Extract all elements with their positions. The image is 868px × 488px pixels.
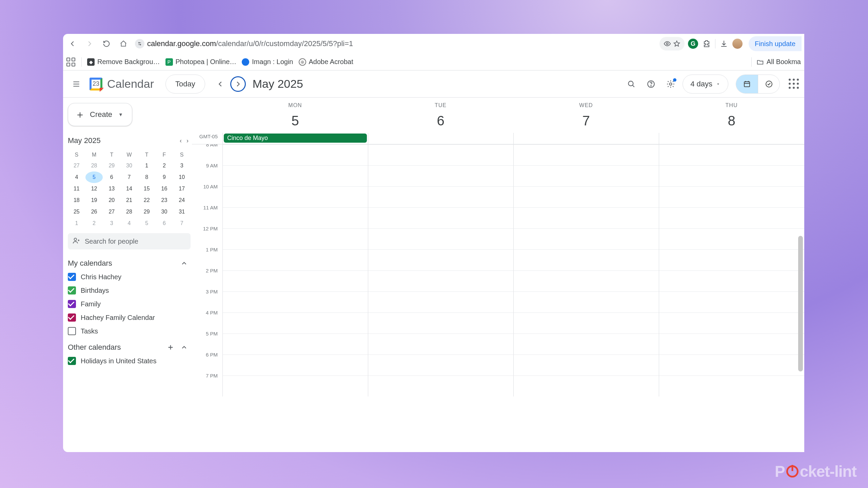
hour-cell[interactable] xyxy=(222,249,368,270)
hour-cell[interactable] xyxy=(659,375,804,396)
mini-date-28[interactable]: 28 xyxy=(120,206,138,218)
mini-date-1[interactable]: 1 xyxy=(138,160,156,171)
add-calendar-icon[interactable] xyxy=(167,344,174,351)
mini-date-25[interactable]: 25 xyxy=(68,206,85,218)
checkbox[interactable] xyxy=(68,357,76,365)
hour-cell[interactable] xyxy=(222,165,368,186)
mini-date-13[interactable]: 13 xyxy=(103,183,120,195)
calendar-checkbox-item[interactable]: Birthdays xyxy=(68,285,191,296)
hour-cell[interactable] xyxy=(222,270,368,291)
hour-cell[interactable] xyxy=(222,375,368,396)
mini-date-27[interactable]: 27 xyxy=(103,206,120,218)
hour-cell[interactable] xyxy=(222,228,368,249)
allday-cell[interactable] xyxy=(659,133,804,144)
all-bookmarks-link[interactable]: All Bookma xyxy=(756,58,801,66)
day-number[interactable]: 7 xyxy=(576,110,596,131)
hour-cell[interactable] xyxy=(368,333,513,354)
apps-shortcut-icon[interactable] xyxy=(66,58,75,66)
hour-cell[interactable] xyxy=(222,354,368,375)
checkbox[interactable] xyxy=(68,313,76,322)
mini-date-17[interactable]: 17 xyxy=(173,183,191,195)
day-number[interactable]: 8 xyxy=(722,110,742,131)
hour-cell[interactable] xyxy=(368,186,513,207)
mini-date-22[interactable]: 22 xyxy=(138,195,156,206)
mini-date-2[interactable]: 2 xyxy=(85,218,103,229)
event-chip[interactable]: Cinco de Mayo xyxy=(224,134,367,143)
calendar-checkbox-item[interactable]: Hachey Family Calendar xyxy=(68,312,191,323)
hour-cell[interactable] xyxy=(659,165,804,186)
mini-date-26[interactable]: 26 xyxy=(85,206,103,218)
hour-cell[interactable] xyxy=(513,354,659,375)
mini-date-19[interactable]: 19 xyxy=(85,195,103,206)
hour-cell[interactable] xyxy=(659,144,804,165)
mini-next-button[interactable]: › xyxy=(186,137,189,144)
mini-date-10[interactable]: 10 xyxy=(173,171,191,183)
mini-date-8[interactable]: 8 xyxy=(138,171,156,183)
main-menu-button[interactable] xyxy=(68,76,84,92)
site-info-pill[interactable] xyxy=(659,37,685,50)
hour-cell[interactable] xyxy=(513,165,659,186)
mini-date-1[interactable]: 1 xyxy=(68,218,85,229)
hour-cell[interactable] xyxy=(368,270,513,291)
hour-cell[interactable] xyxy=(659,354,804,375)
extensions-icon[interactable] xyxy=(702,39,712,49)
search-people-input[interactable]: Search for people xyxy=(68,233,191,249)
hour-cell[interactable] xyxy=(659,270,804,291)
mini-date-29[interactable]: 29 xyxy=(138,206,156,218)
calendar-checkbox-item[interactable]: Tasks xyxy=(68,326,191,336)
help-button[interactable] xyxy=(643,76,659,92)
hour-cell[interactable] xyxy=(368,249,513,270)
mini-date-7[interactable]: 7 xyxy=(173,218,191,229)
checkbox[interactable] xyxy=(68,300,76,308)
mini-date-3[interactable]: 3 xyxy=(173,160,191,171)
hour-cell[interactable] xyxy=(659,333,804,354)
mini-date-18[interactable]: 18 xyxy=(68,195,85,206)
mini-prev-button[interactable]: ‹ xyxy=(180,137,182,144)
home-button[interactable] xyxy=(116,36,131,51)
checkbox[interactable] xyxy=(68,273,76,281)
forward-button[interactable] xyxy=(82,36,97,51)
mini-date-3[interactable]: 3 xyxy=(103,218,120,229)
my-calendars-toggle[interactable]: My calendars xyxy=(68,259,191,268)
calendar-checkbox-item[interactable]: Chris Hachey xyxy=(68,272,191,282)
bookmark-imagn[interactable]: Imagn : Login xyxy=(242,58,293,66)
downloads-icon[interactable] xyxy=(719,39,729,49)
day-number[interactable]: 5 xyxy=(285,110,305,131)
allday-cell[interactable]: Cinco de Mayo xyxy=(222,133,368,144)
mini-date-9[interactable]: 9 xyxy=(156,171,173,183)
mini-date-2[interactable]: 2 xyxy=(156,160,173,171)
hour-cell[interactable] xyxy=(513,333,659,354)
mini-date-27[interactable]: 27 xyxy=(68,160,85,171)
mini-date-4[interactable]: 4 xyxy=(68,171,85,183)
mini-date-14[interactable]: 14 xyxy=(120,183,138,195)
bookmark-remove-background[interactable]: ◆Remove Backgrou… xyxy=(87,58,160,66)
bookmark-photopea[interactable]: PPhotopea | Online… xyxy=(165,58,237,66)
calendar-checkbox-item[interactable]: Family xyxy=(68,299,191,309)
mini-date-5[interactable]: 5 xyxy=(85,171,103,183)
hour-cell[interactable] xyxy=(513,186,659,207)
next-period-button[interactable] xyxy=(230,76,246,92)
mini-date-16[interactable]: 16 xyxy=(156,183,173,195)
search-button[interactable] xyxy=(624,76,639,92)
hour-cell[interactable] xyxy=(368,144,513,165)
mini-date-23[interactable]: 23 xyxy=(156,195,173,206)
mini-date-11[interactable]: 11 xyxy=(68,183,85,195)
mini-date-6[interactable]: 6 xyxy=(156,218,173,229)
mini-date-7[interactable]: 7 xyxy=(120,171,138,183)
mini-date-21[interactable]: 21 xyxy=(120,195,138,206)
hour-cell[interactable] xyxy=(222,186,368,207)
day-number[interactable]: 6 xyxy=(431,110,451,131)
hour-cell[interactable] xyxy=(513,144,659,165)
address-bar[interactable]: calendar.google.com/calendar/u/0/r/custo… xyxy=(135,39,353,48)
grammarly-extension-icon[interactable]: G xyxy=(688,39,698,49)
hour-cell[interactable] xyxy=(222,333,368,354)
hour-cell[interactable] xyxy=(659,186,804,207)
settings-button[interactable] xyxy=(663,76,678,92)
mini-date-30[interactable]: 30 xyxy=(120,160,138,171)
hour-cell[interactable] xyxy=(368,375,513,396)
hour-cell[interactable] xyxy=(659,291,804,312)
mini-date-5[interactable]: 5 xyxy=(138,218,156,229)
scrollbar-thumb[interactable] xyxy=(798,236,803,371)
hour-cell[interactable] xyxy=(368,291,513,312)
reload-button[interactable] xyxy=(99,36,114,51)
